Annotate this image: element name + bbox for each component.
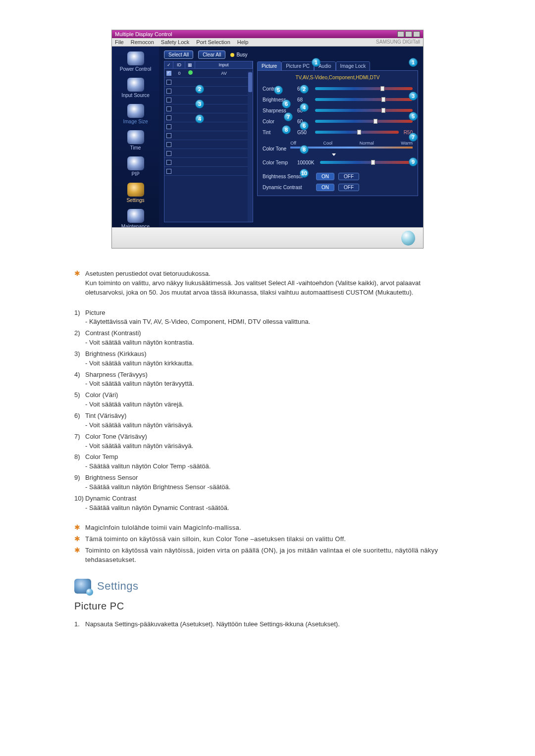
bsensor-off-button[interactable]: OFF bbox=[338, 173, 359, 180]
row-checkbox[interactable] bbox=[166, 89, 171, 94]
busy-indicator: Busy bbox=[230, 52, 247, 57]
panel-subtitle: TV,AV,S-Video,Component,HDMI,DTV bbox=[263, 74, 413, 83]
callout-5-right: 5 bbox=[409, 112, 418, 121]
ct-cool[interactable]: Cool bbox=[323, 141, 333, 146]
grid-row[interactable] bbox=[164, 131, 253, 140]
tint-label: Tint bbox=[263, 130, 297, 135]
menu-help[interactable]: Help bbox=[237, 39, 249, 45]
settings-icon bbox=[127, 183, 144, 197]
row-checkbox[interactable] bbox=[166, 80, 171, 85]
tint-g-value: G50 bbox=[297, 130, 315, 135]
row-checkbox[interactable] bbox=[166, 124, 171, 129]
contrast-slider[interactable] bbox=[315, 87, 413, 90]
minimize-button[interactable] bbox=[397, 31, 404, 37]
color-slider[interactable] bbox=[315, 120, 413, 123]
ct-warm[interactable]: Warm bbox=[401, 141, 413, 146]
footer-strip bbox=[112, 227, 423, 248]
row-checkbox[interactable] bbox=[166, 142, 171, 147]
settings-panel-area: Picture Picture PC Audio Image Lock TV,A… bbox=[257, 61, 418, 222]
grid-scrollbar[interactable] bbox=[248, 71, 253, 222]
sharpness-slider[interactable] bbox=[315, 109, 413, 112]
sidebar-item-time[interactable]: Time bbox=[118, 130, 153, 151]
tint-slider[interactable] bbox=[315, 131, 399, 134]
window-title: Multiple Display Control bbox=[115, 31, 172, 37]
row-checkbox[interactable] bbox=[166, 115, 171, 120]
status-dot-icon bbox=[188, 70, 193, 75]
sidebar-item-pip[interactable]: PIP bbox=[118, 156, 153, 177]
grid-row[interactable] bbox=[164, 167, 253, 176]
maximize-button[interactable] bbox=[405, 31, 412, 37]
i8-title: Color Temp bbox=[85, 453, 118, 460]
row-checkbox[interactable] bbox=[166, 71, 171, 76]
colortemp-value: 10000K bbox=[297, 160, 320, 165]
grid-row[interactable] bbox=[164, 140, 253, 149]
titlebar: Multiple Display Control bbox=[112, 30, 423, 38]
callout-2-left: 2 bbox=[195, 85, 204, 94]
device-grid: ✓ ID ▦ Input 0 AV bbox=[164, 61, 253, 222]
grid-row[interactable] bbox=[164, 87, 253, 96]
i8-sub: - Säätää valitun näytön Color Temp -säät… bbox=[85, 462, 461, 471]
row-input: AV bbox=[195, 71, 253, 76]
ct-normal[interactable]: Normal bbox=[360, 141, 374, 146]
menu-safety[interactable]: Safety Lock bbox=[161, 39, 189, 45]
grid-row[interactable] bbox=[164, 113, 253, 122]
ct-off[interactable]: Off bbox=[290, 141, 296, 146]
colortone-bar[interactable] bbox=[290, 147, 413, 149]
sidebar-label: PIP bbox=[118, 171, 153, 177]
image-icon bbox=[127, 104, 144, 118]
grid-header-check[interactable]: ✓ bbox=[164, 61, 173, 68]
dcontrast-on-button[interactable]: ON bbox=[316, 184, 334, 191]
note-1: MagicInfoin tulolähde toimii vain MagicI… bbox=[74, 522, 461, 534]
grid-row[interactable] bbox=[164, 96, 253, 104]
brand-label: SAMSUNG DIGITall bbox=[376, 39, 420, 45]
grid-row[interactable]: 0 AV bbox=[164, 69, 253, 78]
callout-1a: 1 bbox=[312, 58, 321, 67]
sidebar-item-settings[interactable]: Settings bbox=[118, 183, 153, 203]
bsensor-on-button[interactable]: ON bbox=[316, 173, 334, 180]
colortemp-row: Color Temp 10000K bbox=[263, 157, 413, 168]
brightness-value: 68 bbox=[297, 97, 315, 102]
intro-line1: Asetusten perustiedot ovat tietoruudukos… bbox=[85, 270, 211, 277]
menubar: File Remocon Safety Lock Port Selection … bbox=[112, 38, 423, 47]
picture-pc-step-1: 1.Napsauta Settings-pääkuvaketta (Asetuk… bbox=[74, 619, 461, 630]
toolbar: Select All Clear All Busy bbox=[159, 47, 423, 61]
i10-title: Dynamic Contrast bbox=[85, 495, 136, 502]
row-checkbox[interactable] bbox=[166, 169, 171, 174]
item-10: 10)Dynamic Contrast- Säätää valitun näyt… bbox=[74, 493, 461, 514]
grid-row[interactable] bbox=[164, 149, 253, 158]
sidebar-item-maintenance[interactable]: Maintenance bbox=[118, 209, 153, 229]
row-checkbox[interactable] bbox=[166, 106, 171, 111]
brightness-slider[interactable] bbox=[315, 98, 413, 101]
item-1: 1)Picture- Käytettävissä vain TV, AV, S-… bbox=[74, 307, 461, 328]
row-checkbox[interactable] bbox=[166, 98, 171, 102]
grid-row[interactable] bbox=[164, 122, 253, 131]
sidebar-item-input[interactable]: Input Source bbox=[118, 78, 153, 98]
info-icon[interactable] bbox=[401, 231, 415, 246]
color-label: Color bbox=[263, 119, 297, 124]
tab-picture-pc[interactable]: Picture PC bbox=[281, 61, 314, 71]
input-icon bbox=[127, 78, 144, 92]
bsensor-row: Brightness Sensor ON OFF bbox=[263, 171, 413, 182]
menu-file[interactable]: File bbox=[115, 39, 124, 45]
row-checkbox[interactable] bbox=[166, 133, 171, 138]
colortemp-slider[interactable] bbox=[320, 161, 413, 164]
document-text: Asetusten perustiedot ovat tietoruudukos… bbox=[74, 268, 461, 630]
i1-sub: - Käytettävissä vain TV, AV, S-Video, Co… bbox=[85, 317, 461, 327]
clear-all-button[interactable]: Clear All bbox=[198, 50, 225, 59]
grid-row[interactable] bbox=[164, 78, 253, 87]
close-button[interactable] bbox=[413, 31, 420, 37]
sidebar-item-power[interactable]: Power Control bbox=[118, 51, 153, 72]
menu-remocon[interactable]: Remocon bbox=[131, 39, 154, 45]
row-checkbox[interactable] bbox=[166, 151, 171, 156]
sidebar-item-image[interactable]: Image Size bbox=[118, 104, 153, 124]
grid-row[interactable] bbox=[164, 104, 253, 113]
row-checkbox[interactable] bbox=[166, 160, 171, 165]
dcontrast-off-button[interactable]: OFF bbox=[338, 184, 359, 191]
select-all-button[interactable]: Select All bbox=[164, 50, 193, 59]
menu-port[interactable]: Port Selection bbox=[196, 39, 230, 45]
colortemp-label: Color Temp bbox=[263, 160, 297, 165]
grid-row[interactable] bbox=[164, 158, 253, 167]
tab-picture[interactable]: Picture bbox=[257, 61, 281, 71]
tab-image-lock[interactable]: Image Lock bbox=[336, 61, 371, 71]
callout-9-right: 9 bbox=[409, 157, 418, 166]
